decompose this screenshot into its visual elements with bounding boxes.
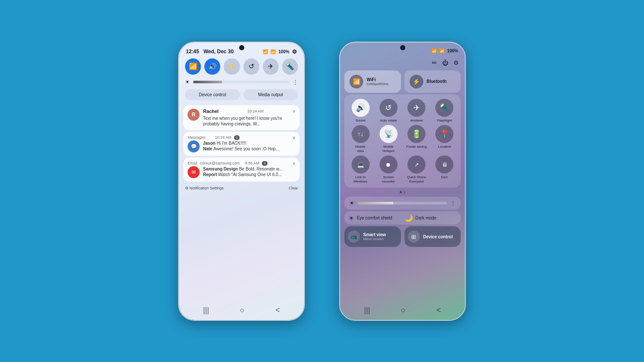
power-saving-tile[interactable]: 🔋 Power saving: [404, 125, 429, 153]
quick-share-tile[interactable]: ↗ Quick ShareEveryone: [404, 155, 429, 183]
back-btn-2[interactable]: <: [437, 306, 441, 315]
email-app-label: Email coreux@samsung.com 9:56 AM 4 ∨: [188, 161, 295, 165]
screen-recorder-icon: ⏺: [380, 155, 398, 173]
notif-footer: ⚙ Notification Settings Clear: [179, 183, 304, 192]
messages-app-label: Messages 10:19 AM 3 ∨: [188, 135, 295, 140]
dot-2: [404, 191, 406, 193]
qs-brightness-slider[interactable]: [358, 202, 447, 204]
eye-comfort-label: Eye comfort shield: [357, 216, 392, 220]
comfort-row: ☀ Eye comfort shield 🌙 Dark mode: [344, 211, 461, 225]
bottom-nav-1: ||| ○ <: [179, 304, 304, 316]
hotspot-tile[interactable]: 📡 MobileHotspot: [376, 125, 401, 153]
notif-messages[interactable]: Messages 10:19 AM 3 ∨ 💬 Jason Hi I'm BAC…: [183, 132, 300, 156]
expand-icon[interactable]: ∨: [292, 109, 295, 113]
smart-view-icon: 📺: [348, 231, 360, 243]
clear-button[interactable]: Clear: [289, 186, 298, 190]
flashlight-toggle[interactable]: 🔦: [282, 58, 298, 75]
location-icon: 📍: [435, 125, 453, 143]
dex-tile[interactable]: 🖥 DeX: [432, 155, 457, 183]
rachel-message: Text me when you get here! I know you're…: [203, 116, 295, 127]
email-line2: Report Watch "At Samsung One UI 6.0...: [203, 172, 295, 177]
back-btn[interactable]: <: [276, 306, 280, 315]
device-control-icon: ⊞: [408, 231, 420, 243]
battery-status-2: 100%: [447, 49, 458, 53]
qs-brightness-row: ☀ ⋮: [344, 197, 461, 210]
recent-apps-btn[interactable]: |||: [203, 306, 209, 315]
smart-view-sub: Mirror screen: [363, 237, 386, 241]
screen-recorder-tile[interactable]: ⏺ Screenrecorder: [376, 155, 401, 183]
quick-share-icon: ↗: [407, 155, 425, 173]
quick-share-label: Quick ShareEveryone: [407, 175, 426, 183]
airplane-icon: ✈: [407, 99, 425, 117]
device-control-label-2: Device control: [423, 234, 453, 239]
recent-apps-btn-2[interactable]: |||: [364, 306, 370, 315]
eye-comfort-icon: ☀: [349, 215, 354, 222]
screen-recorder-label: Screenrecorder: [382, 175, 395, 183]
hotspot-icon: 📡: [380, 125, 398, 143]
media-output-btn[interactable]: Media output: [243, 89, 298, 100]
smart-view-btn[interactable]: 📺 Smart view Mirror screen: [344, 226, 401, 247]
flashlight-label: Flashlight: [437, 119, 452, 123]
auto-rotate-label: Auto rotate: [380, 119, 397, 123]
mobile-data-tile[interactable]: ↑↓ Mobiledata: [348, 125, 373, 153]
sound-tile-icon: 🔊: [352, 99, 370, 117]
flashlight-tile[interactable]: 🔦 Flashlight: [432, 99, 457, 123]
power-saving-label: Power saving: [406, 145, 427, 149]
auto-rotate-tile[interactable]: ↺ Auto rotate: [376, 99, 401, 123]
smart-view-label: Smart view: [363, 232, 386, 237]
airplane-toggle[interactable]: ✈: [263, 58, 279, 75]
more-icon[interactable]: ⋮: [293, 79, 298, 85]
quick-toggles: 📶 🔊 ⚡ ↺ ✈ 🔦: [179, 57, 304, 78]
wifi-label: WiFi: [367, 77, 389, 82]
camera-notch: [239, 45, 244, 50]
location-label: Location: [438, 145, 451, 149]
dark-mode-btn[interactable]: 🌙 Dark mode: [404, 214, 457, 222]
bluetooth-tile[interactable]: ⚡ Bluetooth: [404, 70, 461, 93]
link-windows-tile[interactable]: 💻 Link toWindows: [348, 155, 373, 183]
gear-settings-icon[interactable]: ⚙: [292, 49, 297, 55]
airplane-tile[interactable]: ✈ Airplane: [404, 99, 429, 123]
rotate-toggle[interactable]: ↺: [243, 58, 259, 75]
notif-email[interactable]: Email coreux@samsung.com 9:56 AM 4 ∨ ✉ S…: [183, 158, 300, 182]
settings-icon[interactable]: ⚙: [453, 59, 459, 66]
rachel-time: 10:24 AM: [247, 109, 264, 113]
link-windows-label: Link toWindows: [353, 175, 367, 183]
email-icon: ✉: [188, 166, 200, 178]
wifi-bt-row: 📶 WiFi CellSpot5GHz ⚡ Bluetooth: [344, 70, 461, 93]
signal-icon-2: 📶: [439, 49, 444, 53]
power-saving-icon: 🔋: [407, 125, 425, 143]
qs-bottom-row: 📺 Smart view Mirror screen ⊞ Device cont…: [344, 226, 461, 247]
qs-header: ✏ ⏻ ⚙: [340, 55, 465, 69]
mobile-data-icon: ↑↓: [352, 125, 370, 143]
home-btn[interactable]: ○: [240, 306, 245, 315]
qs-more-icon[interactable]: ⋮: [450, 200, 456, 206]
brightness-slider[interactable]: [193, 81, 289, 83]
wifi-tile[interactable]: 📶 WiFi CellSpot5GHz: [344, 70, 401, 93]
location-tile[interactable]: 📍 Location: [432, 125, 457, 153]
dot-1: [400, 191, 402, 193]
pencil-icon[interactable]: ✏: [432, 59, 437, 66]
quick-tiles-grid: 🔊 Sound ↺ Auto rotate ✈ Airplane 🔦 Flash…: [344, 94, 461, 188]
phone-1: 12:45 Wed, Dec 30 📶 📶 100% ⚙ 📶 🔊 ⚡ ↺ ✈: [178, 42, 305, 321]
link-windows-icon: 💻: [352, 155, 370, 173]
bluetooth-toggle[interactable]: ⚡: [224, 58, 240, 75]
auto-rotate-icon: ↺: [380, 99, 398, 117]
eye-comfort-btn[interactable]: ☀ Eye comfort shield: [349, 214, 401, 222]
notification-settings-link[interactable]: ⚙ Notification Settings: [185, 186, 224, 190]
device-control-btn[interactable]: Device control: [185, 89, 240, 100]
dark-mode-icon: 🌙: [404, 214, 413, 222]
device-control-btn-2[interactable]: ⊞ Device control: [404, 226, 461, 247]
power-icon[interactable]: ⏻: [442, 59, 448, 66]
sound-toggle[interactable]: 🔊: [204, 58, 220, 75]
home-btn-2[interactable]: ○: [401, 306, 406, 315]
rachel-name: Rachel: [203, 109, 219, 114]
time-date: 12:45 Wed, Dec 30: [186, 49, 234, 55]
airplane-label: Airplane: [410, 119, 422, 123]
sound-tile-label: Sound: [355, 119, 365, 123]
brightness-icon: ☀: [185, 79, 190, 85]
sound-tile[interactable]: 🔊 Sound: [348, 99, 373, 123]
wifi-toggle[interactable]: 📶: [185, 58, 201, 75]
signal-icon: 📶: [270, 49, 276, 54]
notif-rachel[interactable]: R Rachel 10:24 AM ∨ Text me when you get…: [183, 105, 300, 130]
action-buttons: Device control Media output: [179, 88, 304, 103]
